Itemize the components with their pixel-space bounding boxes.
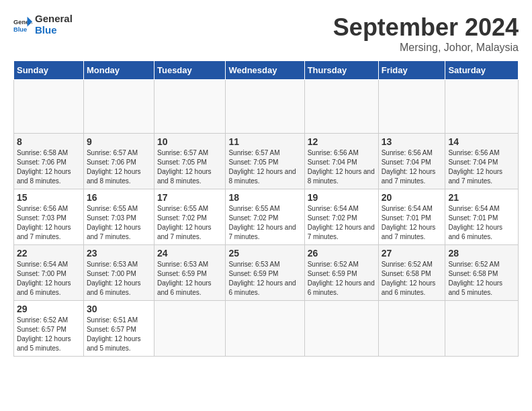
day-info: Sunrise: 6:53 AMSunset: 7:00 PMDaylight:… bbox=[87, 260, 151, 298]
day-info: Sunrise: 6:52 AMSunset: 6:58 PMDaylight:… bbox=[448, 260, 515, 298]
day-info: Sunrise: 6:57 AMSunset: 7:05 PMDaylight:… bbox=[228, 148, 301, 186]
day-number: 14 bbox=[448, 136, 515, 147]
day-info: Sunrise: 6:54 AMSunset: 7:00 PMDaylight:… bbox=[17, 260, 81, 298]
day-number: 9 bbox=[87, 136, 151, 147]
day-info: Sunrise: 6:55 AMSunset: 7:03 PMDaylight:… bbox=[87, 204, 151, 242]
table-row: 24Sunrise: 6:53 AMSunset: 6:59 PMDayligh… bbox=[154, 245, 225, 301]
day-number: 11 bbox=[228, 136, 301, 147]
day-info: Sunrise: 6:52 AMSunset: 6:59 PMDaylight:… bbox=[308, 260, 375, 298]
calendar-header-row: Sunday Monday Tuesday Wednesday Thursday… bbox=[14, 61, 519, 80]
table-row bbox=[378, 80, 445, 134]
table-row bbox=[445, 80, 519, 134]
table-row bbox=[226, 80, 304, 134]
col-thursday: Thursday bbox=[304, 61, 378, 80]
day-info: Sunrise: 6:56 AMSunset: 7:04 PMDaylight:… bbox=[448, 148, 515, 186]
day-info: Sunrise: 6:54 AMSunset: 7:01 PMDaylight:… bbox=[448, 204, 515, 242]
col-friday: Friday bbox=[378, 61, 445, 80]
calendar-week-row: 22Sunrise: 6:54 AMSunset: 7:00 PMDayligh… bbox=[14, 245, 519, 301]
table-row: 17Sunrise: 6:55 AMSunset: 7:02 PMDayligh… bbox=[154, 189, 225, 245]
col-monday: Monday bbox=[83, 61, 154, 80]
day-info: Sunrise: 6:56 AMSunset: 7:03 PMDaylight:… bbox=[17, 204, 81, 242]
table-row: 21Sunrise: 6:54 AMSunset: 7:01 PMDayligh… bbox=[445, 189, 519, 245]
day-number: 8 bbox=[17, 136, 81, 147]
day-info: Sunrise: 6:52 AMSunset: 6:57 PMDaylight:… bbox=[17, 316, 81, 353]
day-number: 17 bbox=[157, 192, 222, 203]
day-number: 13 bbox=[382, 136, 443, 147]
table-row: 14Sunrise: 6:56 AMSunset: 7:04 PMDayligh… bbox=[445, 134, 519, 189]
table-row bbox=[378, 301, 445, 357]
table-row: 8Sunrise: 6:58 AMSunset: 7:06 PMDaylight… bbox=[14, 134, 84, 189]
table-row: 26Sunrise: 6:52 AMSunset: 6:59 PMDayligh… bbox=[304, 245, 378, 301]
col-sunday: Sunday bbox=[14, 61, 84, 80]
table-row: 27Sunrise: 6:52 AMSunset: 6:58 PMDayligh… bbox=[378, 245, 445, 301]
col-wednesday: Wednesday bbox=[226, 61, 304, 80]
day-number: 20 bbox=[382, 192, 443, 203]
day-info: Sunrise: 6:53 AMSunset: 6:59 PMDaylight:… bbox=[228, 260, 301, 298]
table-row: 9Sunrise: 6:57 AMSunset: 7:06 PMDaylight… bbox=[83, 134, 154, 189]
table-row: 23Sunrise: 6:53 AMSunset: 7:00 PMDayligh… bbox=[83, 245, 154, 301]
day-info: Sunrise: 6:57 AMSunset: 7:05 PMDaylight:… bbox=[157, 148, 222, 186]
calendar-week-row bbox=[14, 80, 519, 134]
calendar-week-row: 8Sunrise: 6:58 AMSunset: 7:06 PMDaylight… bbox=[14, 134, 519, 189]
day-info: Sunrise: 6:58 AMSunset: 7:06 PMDaylight:… bbox=[17, 148, 81, 186]
logo: General Blue General Blue bbox=[13, 13, 73, 36]
table-row bbox=[14, 80, 84, 134]
calendar-table: Sunday Monday Tuesday Wednesday Thursday… bbox=[13, 60, 519, 357]
day-number: 24 bbox=[157, 248, 222, 259]
day-number: 16 bbox=[87, 192, 151, 203]
table-row: 15Sunrise: 6:56 AMSunset: 7:03 PMDayligh… bbox=[14, 189, 84, 245]
table-row: 16Sunrise: 6:55 AMSunset: 7:03 PMDayligh… bbox=[83, 189, 154, 245]
table-row: 25Sunrise: 6:53 AMSunset: 6:59 PMDayligh… bbox=[226, 245, 304, 301]
svg-text:Blue: Blue bbox=[13, 26, 27, 33]
location: Mersing, Johor, Malaysia bbox=[333, 42, 519, 54]
table-row bbox=[445, 301, 519, 357]
day-number: 23 bbox=[87, 248, 151, 259]
day-number: 30 bbox=[87, 304, 151, 314]
table-row: 22Sunrise: 6:54 AMSunset: 7:00 PMDayligh… bbox=[14, 245, 84, 301]
table-row: 18Sunrise: 6:55 AMSunset: 7:02 PMDayligh… bbox=[226, 189, 304, 245]
day-info: Sunrise: 6:52 AMSunset: 6:58 PMDaylight:… bbox=[382, 260, 443, 298]
day-info: Sunrise: 6:54 AMSunset: 7:01 PMDaylight:… bbox=[382, 204, 443, 242]
table-row: 13Sunrise: 6:56 AMSunset: 7:04 PMDayligh… bbox=[378, 134, 445, 189]
table-row: 12Sunrise: 6:56 AMSunset: 7:04 PMDayligh… bbox=[304, 134, 378, 189]
day-info: Sunrise: 6:55 AMSunset: 7:02 PMDaylight:… bbox=[157, 204, 222, 242]
logo-blue: Blue bbox=[35, 24, 57, 36]
table-row: 19Sunrise: 6:54 AMSunset: 7:02 PMDayligh… bbox=[304, 189, 378, 245]
logo-icon: General Blue bbox=[13, 15, 32, 34]
day-number: 18 bbox=[228, 192, 301, 203]
table-row bbox=[83, 80, 154, 134]
day-number: 28 bbox=[448, 248, 515, 259]
day-info: Sunrise: 6:57 AMSunset: 7:06 PMDaylight:… bbox=[87, 148, 151, 186]
day-number: 26 bbox=[308, 248, 375, 259]
day-info: Sunrise: 6:56 AMSunset: 7:04 PMDaylight:… bbox=[382, 148, 443, 186]
table-row bbox=[226, 301, 304, 357]
day-info: Sunrise: 6:51 AMSunset: 6:57 PMDaylight:… bbox=[87, 316, 151, 353]
logo-general: General bbox=[35, 13, 73, 24]
month-title: September 2024 bbox=[333, 13, 519, 42]
table-row: 20Sunrise: 6:54 AMSunset: 7:01 PMDayligh… bbox=[378, 189, 445, 245]
table-row: 28Sunrise: 6:52 AMSunset: 6:58 PMDayligh… bbox=[445, 245, 519, 301]
calendar-week-row: 15Sunrise: 6:56 AMSunset: 7:03 PMDayligh… bbox=[14, 189, 519, 245]
day-number: 12 bbox=[308, 136, 375, 147]
table-row bbox=[154, 301, 225, 357]
title-area: September 2024 Mersing, Johor, Malaysia bbox=[333, 13, 519, 54]
day-number: 21 bbox=[448, 192, 515, 203]
page-header: General Blue General Blue September 2024… bbox=[13, 13, 519, 54]
day-number: 19 bbox=[308, 192, 375, 203]
day-info: Sunrise: 6:55 AMSunset: 7:02 PMDaylight:… bbox=[228, 204, 301, 242]
day-info: Sunrise: 6:56 AMSunset: 7:04 PMDaylight:… bbox=[308, 148, 375, 186]
day-number: 10 bbox=[157, 136, 222, 147]
calendar-week-row: 29Sunrise: 6:52 AMSunset: 6:57 PMDayligh… bbox=[14, 301, 519, 357]
day-number: 27 bbox=[382, 248, 443, 259]
day-number: 29 bbox=[17, 304, 81, 314]
table-row: 29Sunrise: 6:52 AMSunset: 6:57 PMDayligh… bbox=[14, 301, 84, 357]
day-number: 15 bbox=[17, 192, 81, 203]
table-row: 11Sunrise: 6:57 AMSunset: 7:05 PMDayligh… bbox=[226, 134, 304, 189]
table-row: 10Sunrise: 6:57 AMSunset: 7:05 PMDayligh… bbox=[154, 134, 225, 189]
table-row: 30Sunrise: 6:51 AMSunset: 6:57 PMDayligh… bbox=[83, 301, 154, 357]
table-row bbox=[154, 80, 225, 134]
col-tuesday: Tuesday bbox=[154, 61, 225, 80]
day-info: Sunrise: 6:54 AMSunset: 7:02 PMDaylight:… bbox=[308, 204, 375, 242]
day-number: 25 bbox=[228, 248, 301, 259]
table-row bbox=[304, 80, 378, 134]
